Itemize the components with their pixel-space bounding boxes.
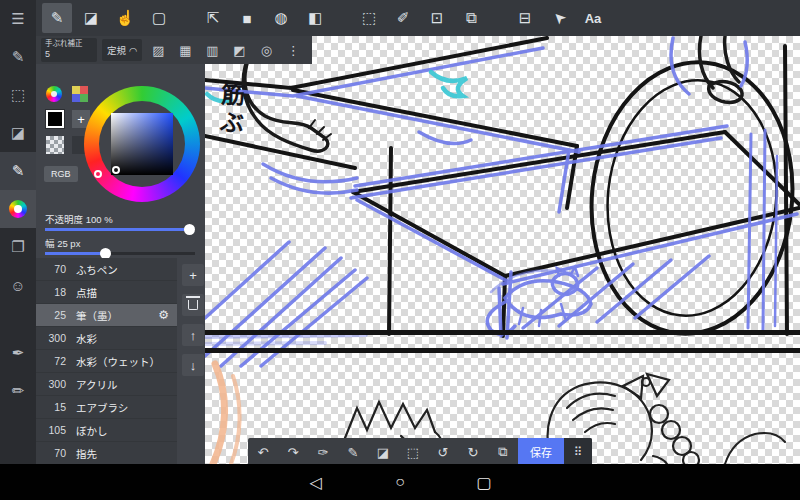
brush-row[interactable]: 72水彩（ウェット） xyxy=(36,350,177,373)
hue-selector-dot[interactable] xyxy=(94,170,102,178)
deselect-button[interactable]: ⬚ xyxy=(398,438,428,466)
select-move-tool-button[interactable]: ⧉ xyxy=(456,3,486,33)
tone-grid-icon: ▦ xyxy=(179,43,191,58)
tone-lines-icon: ▥ xyxy=(206,43,218,58)
ruler-curve-icon: ◠ xyxy=(129,45,137,56)
select-tool-button[interactable]: ⬚ xyxy=(354,3,384,33)
sidebar-select-button[interactable]: ⬚ xyxy=(0,76,36,114)
edit-icon: ✎ xyxy=(12,48,25,66)
brush-size: 15 xyxy=(36,401,66,413)
select-move-icon: ⧉ xyxy=(466,9,477,27)
rotate-cw-icon: ↻ xyxy=(468,445,479,460)
drag-handle-button[interactable]: ⠿ xyxy=(564,438,592,466)
trash-icon xyxy=(188,300,198,310)
stylus-icon: ✒ xyxy=(12,344,25,362)
text-tool-button[interactable]: Aa xyxy=(578,3,608,33)
redo-button[interactable]: ↷ xyxy=(278,438,308,466)
sidebar-layers-button[interactable]: ❐ xyxy=(0,228,36,266)
tone-circle-button[interactable]: ◎ xyxy=(255,39,277,61)
select-pen-tool-button[interactable]: ✐ xyxy=(388,3,418,33)
delete-brush-button[interactable] xyxy=(182,294,204,316)
opacity-slider[interactable] xyxy=(45,224,195,234)
sv-selector-dot[interactable] xyxy=(112,166,120,174)
eraser-tool-button[interactable]: ◪ xyxy=(76,3,106,33)
brush-row-selected[interactable]: 25筆（墨）⚙ xyxy=(36,304,177,327)
brush-row[interactable]: 15エアブラシ xyxy=(36,396,177,419)
overflow-icon: ⋮ xyxy=(287,43,300,58)
tone-diagonal-button[interactable]: ▨ xyxy=(147,39,169,61)
operation-tool-button[interactable]: ➤ xyxy=(544,3,574,33)
rotate-ccw-button[interactable]: ↺ xyxy=(428,438,458,466)
sidebar-stylus-button[interactable]: ✒ xyxy=(0,334,36,372)
sidebar-sticker-button[interactable]: ☺ xyxy=(0,266,36,304)
sidebar-edit-button[interactable]: ✎ xyxy=(0,38,36,76)
eraser-button[interactable]: ◪ xyxy=(368,438,398,466)
pen-button[interactable]: ✎ xyxy=(338,438,368,466)
sidebar-palette-button[interactable] xyxy=(0,190,36,228)
sidebar-menu-button[interactable]: ☰ xyxy=(0,0,36,38)
gradient-tool-button[interactable]: ◧ xyxy=(300,3,330,33)
bucket-tool-button[interactable]: ◍ xyxy=(266,3,296,33)
recents-square-icon: ▢ xyxy=(476,474,491,491)
ruler-button[interactable]: 定規 ◠ xyxy=(102,39,142,61)
brush-row[interactable]: 300アクリル xyxy=(36,373,177,396)
brush-row[interactable]: 105ぼかし xyxy=(36,419,177,442)
brush-list: 70ふちペン 18点描 25筆（墨）⚙ 300水彩 72水彩（ウェット） 300… xyxy=(36,258,177,465)
stabilizer-button[interactable]: 手ぶれ補正 5 xyxy=(41,38,97,62)
brush-row[interactable]: 70指先 xyxy=(36,442,177,465)
tone-half-button[interactable]: ◩ xyxy=(228,39,250,61)
fill-rect-tool-button[interactable]: ■ xyxy=(232,3,262,33)
brush-settings-gear-icon[interactable]: ⚙ xyxy=(158,308,169,322)
move-tool-button[interactable]: ⇱ xyxy=(198,3,228,33)
brush-row[interactable]: 300水彩 xyxy=(36,327,177,350)
saturation-value-square[interactable] xyxy=(111,113,173,175)
pen-icon: ✎ xyxy=(12,162,25,180)
transparent-color-swatch[interactable] xyxy=(46,136,64,154)
shape-tool-button[interactable]: ▢ xyxy=(144,3,174,33)
current-color-swatch[interactable] xyxy=(46,110,64,128)
move-brush-down-button[interactable]: ↓ xyxy=(182,354,204,376)
tone-grid-button[interactable]: ▦ xyxy=(174,39,196,61)
rgb-mode-button[interactable]: RGB xyxy=(44,166,78,182)
width-slider[interactable] xyxy=(45,248,195,258)
hue-wheel[interactable] xyxy=(84,86,200,202)
hand-tool-button[interactable]: ☝ xyxy=(110,3,140,33)
canvas-artwork xyxy=(205,36,800,464)
color-wheel-mode-icon[interactable] xyxy=(46,86,62,102)
opacity-knob[interactable] xyxy=(184,224,195,235)
pen-icon: ✎ xyxy=(348,445,359,460)
drawing-canvas[interactable]: 筋ぶ xyxy=(205,36,800,464)
smiley-icon: ☺ xyxy=(10,277,25,294)
quick-action-bar: ↶ ↷ ✑ ✎ ◪ ⬚ ↺ ↻ ⧉ 保存 ⠿ xyxy=(248,438,592,466)
eyedropper-button[interactable]: ✑ xyxy=(308,438,338,466)
brush-row[interactable]: 18点描 xyxy=(36,281,177,304)
bucket-icon: ◍ xyxy=(274,9,287,27)
color-grid-mode-icon[interactable] xyxy=(72,86,88,102)
brush-row[interactable]: 70ふちペン xyxy=(36,258,177,281)
shape-icon: ▢ xyxy=(152,9,166,27)
tone-lines-button[interactable]: ▥ xyxy=(201,39,223,61)
left-sidebar: ☰ ✎ ⬚ ◪ ✎ ❐ ☺ ✒ ✏ xyxy=(0,0,36,464)
export-button[interactable]: ⧉ xyxy=(488,438,518,466)
panel-divide-tool-button[interactable]: ⊟ xyxy=(510,3,540,33)
deselect-icon: ⬚ xyxy=(407,445,419,460)
back-triangle-icon: ◁ xyxy=(310,474,322,491)
sidebar-pen-button[interactable]: ✎ xyxy=(0,152,36,190)
export-icon: ⧉ xyxy=(498,444,507,460)
brush-name: アクリル xyxy=(76,377,117,392)
nav-home-button[interactable]: ○ xyxy=(382,473,418,491)
overflow-menu-button[interactable]: ⋮ xyxy=(282,39,304,61)
panel-divide-icon: ⊟ xyxy=(519,9,532,27)
nav-back-button[interactable]: ◁ xyxy=(298,473,334,492)
move-brush-up-button[interactable]: ↑ xyxy=(182,324,204,346)
select-edit-tool-button[interactable]: ⊡ xyxy=(422,3,452,33)
rotate-cw-button[interactable]: ↻ xyxy=(458,438,488,466)
pen-tool-button[interactable]: ✎ xyxy=(42,3,72,33)
undo-button[interactable]: ↶ xyxy=(248,438,278,466)
save-button[interactable]: 保存 xyxy=(518,438,564,466)
sidebar-brush-button[interactable]: ✏ xyxy=(0,372,36,410)
nav-recents-button[interactable]: ▢ xyxy=(466,473,502,492)
add-brush-button[interactable]: + xyxy=(182,264,204,286)
sidebar-eraser-button[interactable]: ◪ xyxy=(0,114,36,152)
arrow-down-icon: ↓ xyxy=(190,358,197,373)
